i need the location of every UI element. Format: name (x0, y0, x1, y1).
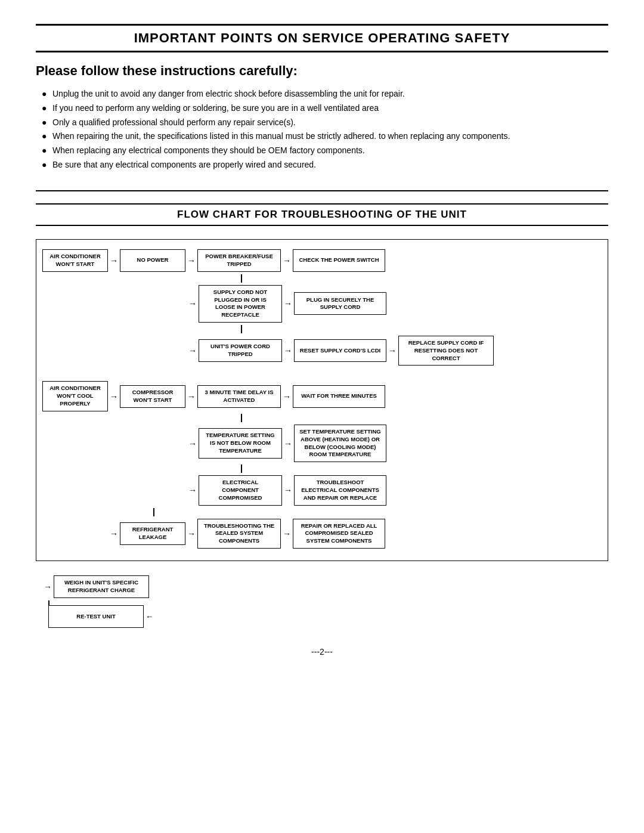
box-ac-wont-start: AIR CONDITIONER WON'T START (42, 249, 108, 272)
instruction-6: Be sure that any electrical components a… (42, 158, 608, 172)
arrow-20: ← (144, 612, 156, 621)
row-weigh-in: → WEIGH IN UNIT'S SPECIFIC REFRIGERANT C… (42, 575, 602, 598)
separator-line (36, 190, 608, 191)
arrow-18: → (281, 529, 293, 538)
arrow-15: → (282, 485, 294, 495)
box-check-power-switch: CHECK THE POWER SWITCH (293, 249, 385, 272)
arrow-7: → (282, 346, 294, 355)
arrow-14: → (187, 485, 199, 495)
box-compressor-wont-start: COMPRESSOR WON'T START (120, 385, 185, 408)
box-three-min-delay: 3 MINUTE TIME DELAY IS ACTIVATED (197, 385, 281, 408)
row-5: → TEMPERATURE SETTING IS NOT BELOW ROOM … (42, 425, 602, 462)
sub-title: Please follow these instructions careful… (36, 63, 608, 79)
instruction-3: Only a qualified professional should per… (42, 116, 608, 130)
box-replace-supply-cord: REPLACE SUPPLY CORD IF RESETTING DOES NO… (398, 336, 494, 366)
arrow-16: → (108, 529, 120, 538)
box-temp-setting: TEMPERATURE SETTING IS NOT BELOW ROOM TE… (199, 428, 282, 458)
box-set-temp-setting: SET TEMPERATURE SETTING ABOVE (HEATING M… (294, 425, 386, 462)
box-weigh-in: WEIGH IN UNIT'S SPECIFIC REFRIGERANT CHA… (54, 575, 149, 598)
box-repair-sealed: REPAIR OR REPLACED ALL COMPROMISED SEALE… (293, 519, 385, 549)
arrow-13: → (282, 439, 294, 448)
arrow-2: → (185, 256, 197, 265)
instructions-list: Unplug the unit to avoid any danger from… (36, 87, 608, 172)
box-no-power: NO POWER (120, 249, 185, 272)
box-units-power-cord: UNIT'S POWER CORD TRIPPED (199, 339, 282, 362)
arrow-8: → (386, 346, 398, 355)
arrow-5: → (282, 299, 294, 308)
arrow-11: → (281, 392, 293, 401)
box-electrical-compromised: ELECTRICAL COMPONENT COMPROMISED (199, 475, 282, 505)
box-power-breaker: POWER BREAKER/FUSE TRIPPED (197, 249, 281, 272)
box-supply-cord: SUPPLY CORD NOT PLUGGED IN OR IS LOOSE I… (199, 285, 282, 323)
vert-section-5 (42, 508, 602, 516)
arrow-19: → (42, 582, 54, 592)
box-re-test: RE-TEST UNIT (48, 605, 144, 628)
arrow-9: → (108, 392, 120, 401)
arrow-17: → (185, 529, 197, 538)
vert-section-2 (42, 325, 602, 333)
arrow-6: → (187, 346, 199, 355)
flow-chart-title: FLOW CHART FOR TROUBLESHOOTING OF THE UN… (36, 203, 608, 226)
box-troubleshooting-sealed: TROUBLESHOOTING THE SEALED SYSTEM COMPON… (197, 519, 281, 549)
instruction-5: When replacing any electrical components… (42, 144, 608, 158)
vert-section-1 (42, 274, 602, 283)
section-wont-start: AIR CONDITIONER WON'T START → NO POWER →… (42, 249, 602, 366)
row-7: → REFRIGERANT LEAKAGE → TROUBLESHOOTING … (42, 519, 602, 549)
arrow-10: → (185, 392, 197, 401)
section-wont-cool: AIR CONDITIONER WON'T COOL PROPERLY → CO… (42, 381, 602, 549)
box-wait-three-minutes: WAIT FOR THREE MINUTES (293, 385, 385, 408)
box-refrigerant-leakage: REFRIGERANT LEAKAGE (120, 522, 185, 545)
row-6: → ELECTRICAL COMPONENT COMPROMISED → TRO… (42, 475, 602, 505)
arrow-3: → (281, 256, 293, 265)
instruction-4: When repairing the unit, the specificati… (42, 129, 608, 144)
box-plug-in-securely: PLUG IN SECURELY THE SUPPLY CORD (294, 292, 386, 315)
box-reset-supply-cord: RESET SUPPLY CORD'S LCDI (294, 339, 386, 362)
page-number: ---2--- (36, 647, 608, 657)
row-2: → SUPPLY CORD NOT PLUGGED IN OR IS LOOSE… (42, 285, 602, 323)
row-4: AIR CONDITIONER WON'T COOL PROPERLY → CO… (42, 381, 602, 411)
row-3: → UNIT'S POWER CORD TRIPPED → RESET SUPP… (42, 336, 602, 366)
vert-weigh (48, 600, 49, 605)
arrow-12: → (187, 439, 199, 448)
row-re-test: RE-TEST UNIT ← (42, 605, 602, 628)
row-1: AIR CONDITIONER WON'T START → NO POWER →… (42, 249, 602, 272)
arrow-4: → (187, 299, 199, 308)
flow-chart: AIR CONDITIONER WON'T START → NO POWER →… (36, 239, 608, 561)
instruction-2: If you need to perform any welding or so… (42, 101, 608, 116)
box-troubleshoot-electrical: TROUBLESHOOT ELECTRICAL COMPONENTS AND R… (294, 475, 386, 505)
vert-section-4 (42, 465, 602, 473)
vert-section-3 (42, 414, 602, 422)
arrow-1: → (108, 256, 120, 265)
bottom-section: → WEIGH IN UNIT'S SPECIFIC REFRIGERANT C… (36, 571, 608, 635)
box-ac-wont-cool: AIR CONDITIONER WON'T COOL PROPERLY (42, 381, 108, 411)
main-title: IMPORTANT POINTS ON SERVICE OPERATING SA… (36, 24, 608, 52)
instruction-1: Unplug the unit to avoid any danger from… (42, 87, 608, 101)
